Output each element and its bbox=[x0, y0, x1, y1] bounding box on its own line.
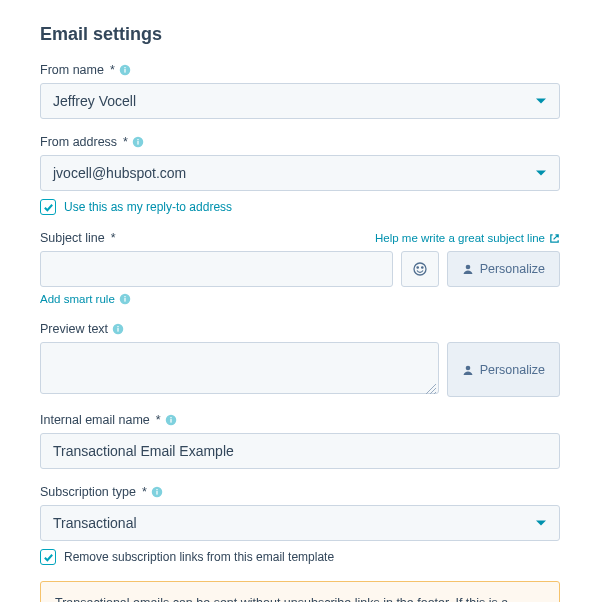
svg-rect-19 bbox=[170, 417, 171, 418]
svg-rect-15 bbox=[117, 326, 118, 327]
info-icon[interactable] bbox=[132, 136, 144, 148]
info-icon[interactable] bbox=[151, 486, 163, 498]
subscription-type-label: Subscription type* bbox=[40, 485, 163, 499]
reply-to-row: Use this as my reply-to address bbox=[40, 199, 560, 215]
external-link-icon bbox=[549, 233, 560, 244]
internal-name-label: Internal email name* bbox=[40, 413, 177, 427]
preview-text-input[interactable] bbox=[40, 342, 439, 394]
svg-rect-14 bbox=[117, 328, 118, 332]
from-address-select[interactable]: jvocell@hubspot.com bbox=[40, 155, 560, 191]
from-name-field: From name* Jeffrey Vocell bbox=[40, 63, 560, 119]
reply-to-label: Use this as my reply-to address bbox=[64, 200, 232, 214]
remove-links-label: Remove subscription links from this emai… bbox=[64, 550, 334, 564]
subscription-type-select[interactable]: Transactional bbox=[40, 505, 560, 541]
internal-name-input[interactable] bbox=[40, 433, 560, 469]
from-name-label: From name* bbox=[40, 63, 131, 77]
add-smart-rule-link[interactable]: Add smart rule bbox=[40, 293, 131, 305]
subscription-type-field: Subscription type* Transactional Remove … bbox=[40, 485, 560, 565]
remove-links-row: Remove subscription links from this emai… bbox=[40, 549, 560, 565]
preview-text-label: Preview text bbox=[40, 322, 124, 336]
svg-rect-22 bbox=[156, 489, 157, 490]
page-title: Email settings bbox=[40, 24, 560, 45]
svg-rect-5 bbox=[137, 139, 138, 140]
personalize-subject-button[interactable]: Personalize bbox=[447, 251, 560, 287]
svg-rect-2 bbox=[124, 67, 125, 68]
svg-rect-21 bbox=[156, 491, 157, 495]
info-icon[interactable] bbox=[119, 293, 131, 305]
svg-point-9 bbox=[465, 265, 470, 270]
svg-rect-1 bbox=[124, 69, 125, 73]
subject-help-link[interactable]: Help me write a great subject line bbox=[375, 232, 560, 244]
subject-line-label: Subject line* bbox=[40, 231, 116, 245]
from-name-select[interactable]: Jeffrey Vocell bbox=[40, 83, 560, 119]
personalize-preview-button[interactable]: Personalize bbox=[447, 342, 560, 397]
svg-rect-18 bbox=[170, 419, 171, 423]
chevron-down-icon bbox=[535, 167, 547, 179]
person-icon bbox=[462, 263, 474, 275]
chevron-down-icon bbox=[535, 95, 547, 107]
from-address-field: From address* jvocell@hubspot.com Use th… bbox=[40, 135, 560, 215]
svg-rect-4 bbox=[137, 141, 138, 145]
internal-name-field: Internal email name* bbox=[40, 413, 560, 469]
info-icon[interactable] bbox=[119, 64, 131, 76]
info-icon[interactable] bbox=[165, 414, 177, 426]
emoji-button[interactable] bbox=[401, 251, 439, 287]
svg-rect-11 bbox=[124, 298, 125, 302]
smile-icon bbox=[412, 261, 428, 277]
transactional-alert: Transactional emails can be sent without… bbox=[40, 581, 560, 602]
svg-rect-12 bbox=[124, 296, 125, 297]
svg-point-7 bbox=[417, 267, 418, 268]
reply-to-checkbox[interactable] bbox=[40, 199, 56, 215]
svg-point-6 bbox=[414, 263, 426, 275]
subject-line-input[interactable] bbox=[40, 251, 393, 287]
from-address-label: From address* bbox=[40, 135, 144, 149]
chevron-down-icon bbox=[535, 517, 547, 529]
subject-line-field: Subject line* Help me write a great subj… bbox=[40, 231, 560, 306]
svg-point-16 bbox=[465, 365, 470, 370]
svg-point-8 bbox=[421, 267, 422, 268]
remove-links-checkbox[interactable] bbox=[40, 549, 56, 565]
person-icon bbox=[462, 364, 474, 376]
preview-text-field: Preview text Personalize bbox=[40, 322, 560, 397]
info-icon[interactable] bbox=[112, 323, 124, 335]
